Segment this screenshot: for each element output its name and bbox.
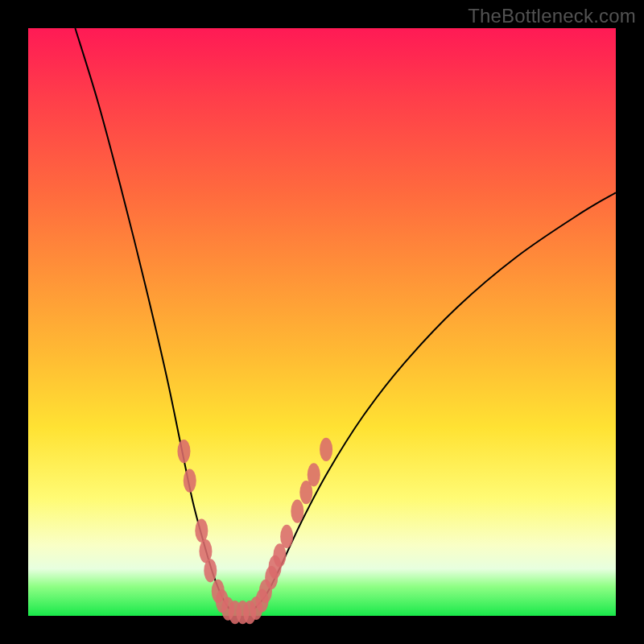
marker-21	[320, 438, 332, 461]
watermark-text: TheBottleneck.com	[468, 5, 636, 27]
marker-2	[195, 519, 208, 543]
chart-stage: TheBottleneck.com	[0, 0, 644, 644]
marker-0	[177, 440, 190, 463]
curve-curve-right	[254, 192, 616, 609]
curve-curve-left	[75, 28, 229, 609]
marker-1	[184, 469, 196, 493]
curve-svg	[28, 28, 616, 616]
marker-18	[291, 499, 303, 522]
plot-area	[28, 28, 616, 616]
marker-20	[308, 463, 320, 486]
marker-4	[204, 559, 217, 582]
marker-17	[280, 525, 293, 548]
